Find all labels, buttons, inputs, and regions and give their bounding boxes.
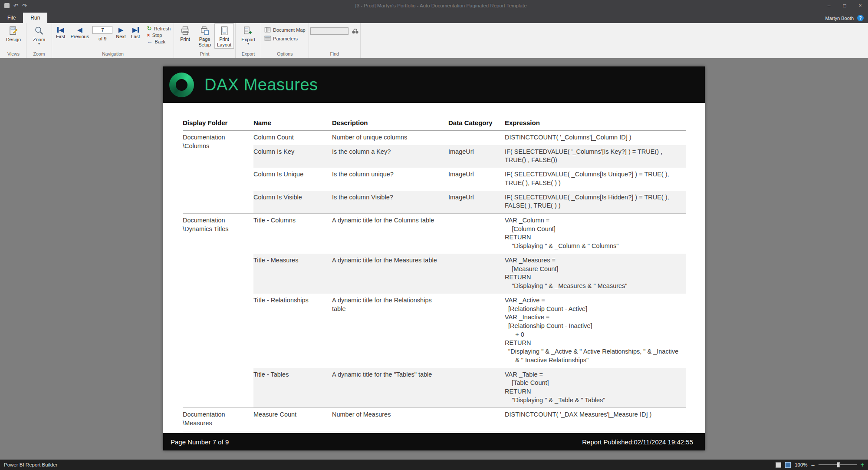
cat-cell: ImageUrl bbox=[448, 145, 505, 168]
zoom-percent: 100% bbox=[795, 462, 807, 467]
report-page: DAX Measures Display Folder Name Descrip… bbox=[163, 66, 705, 450]
user-name: Martyn Booth bbox=[825, 16, 854, 21]
header-description: Description bbox=[332, 117, 448, 131]
page-number-footer: Page Number 7 of 9 bbox=[171, 438, 229, 446]
parameters-icon bbox=[264, 35, 271, 42]
name-cell: Column Is Key bbox=[253, 145, 332, 168]
design-button[interactable]: Design bbox=[2, 23, 25, 42]
name-cell: Column Is Unique bbox=[253, 168, 332, 190]
document-map-label: Document Map bbox=[273, 27, 306, 33]
ribbon-group-zoom: Zoom ▾ Zoom bbox=[26, 23, 52, 58]
name-cell: Title - Columns bbox=[253, 214, 332, 254]
previous-page-button[interactable]: ◀ Previous bbox=[68, 23, 92, 39]
table-row: Title - TablesA dynamic title for the "T… bbox=[183, 368, 686, 408]
cat-cell bbox=[448, 408, 505, 431]
ribbon-group-find: Find bbox=[309, 23, 361, 58]
published-timestamp: Report Published:02/11/2024 19:42:55 bbox=[582, 438, 693, 446]
next-page-button[interactable]: ▶ Next bbox=[113, 23, 128, 39]
zoom-button[interactable]: Zoom ▾ bbox=[28, 23, 50, 45]
stop-button[interactable]: × Stop bbox=[147, 33, 171, 38]
display-folder-cell: Documentation \Dynamics Titles bbox=[183, 214, 253, 408]
ribbon-group-options: Document Map Parameters Options bbox=[261, 23, 309, 58]
help-icon[interactable]: ? bbox=[857, 15, 864, 21]
page-setup-icon bbox=[200, 26, 210, 36]
print-layout-button[interactable]: Print Layout bbox=[214, 23, 234, 49]
first-label: First bbox=[56, 34, 65, 39]
table-row: Title - MeasuresA dynamic title for the … bbox=[183, 254, 686, 294]
refresh-button[interactable]: ↻ Refresh bbox=[147, 26, 171, 31]
desc-cell: A dynamic title for the Columns table bbox=[332, 214, 448, 254]
parameters-button[interactable]: Parameters bbox=[264, 35, 306, 42]
expr-cell: DISTINCTCOUNT( '_Columns'[_Column ID] ) bbox=[505, 131, 686, 145]
zoom-slider-thumb[interactable] bbox=[837, 462, 840, 467]
design-label: Design bbox=[6, 37, 21, 42]
name-cell: Title - Measures bbox=[253, 254, 332, 294]
table-row: Column Is KeyIs the column a Key?ImageUr… bbox=[183, 145, 686, 168]
undo-icon[interactable]: ↶ bbox=[13, 3, 18, 9]
refresh-icon: ↻ bbox=[147, 26, 152, 31]
document-map-button[interactable]: Document Map bbox=[264, 26, 306, 33]
zoom-icon bbox=[34, 26, 44, 36]
desc-cell: A dynamic title for the Relationships ta… bbox=[332, 294, 448, 368]
zoom-dropdown-caret[interactable]: ▾ bbox=[38, 43, 40, 45]
tab-run[interactable]: Run bbox=[23, 13, 47, 23]
document-map-icon bbox=[264, 26, 271, 33]
expr-cell: IF( SELECTEDVALUE( _Columns[Is Hidden?] … bbox=[505, 191, 686, 214]
back-icon: ← bbox=[147, 39, 153, 44]
maximize-button[interactable]: □ bbox=[837, 0, 852, 11]
tab-file[interactable]: File bbox=[0, 13, 23, 23]
desc-cell: Number of Measures bbox=[332, 408, 448, 431]
window-controls: – □ × bbox=[821, 0, 868, 11]
cat-cell bbox=[448, 368, 505, 408]
name-cell: Measure Count bbox=[253, 408, 332, 431]
desc-cell: A dynamic title for the "Tables" table bbox=[332, 368, 448, 408]
find-binoculars-icon[interactable] bbox=[352, 27, 359, 35]
stop-icon: × bbox=[147, 33, 150, 38]
name-cell: Title - Relationships bbox=[253, 294, 332, 368]
last-page-button[interactable]: ▶ Last bbox=[128, 23, 143, 39]
redo-icon[interactable]: ↷ bbox=[22, 3, 27, 9]
ribbon-group-label-navigation: Navigation bbox=[53, 51, 172, 58]
cat-cell bbox=[448, 294, 505, 368]
next-page-icon: ▶ bbox=[118, 26, 124, 33]
page-setup-button[interactable]: Page Setup bbox=[195, 23, 214, 49]
report-table-body: Documentation \ColumnsColumn CountNumber… bbox=[183, 131, 686, 431]
page-number-input[interactable] bbox=[92, 26, 112, 34]
report-viewer-canvas[interactable]: DAX Measures Display Folder Name Descrip… bbox=[0, 58, 868, 460]
ribbon-group-export: Export ▾ Export bbox=[236, 23, 261, 58]
app-window: ↶ ↷ [3 - Prod] Martyn's Portfolio - Auto… bbox=[0, 0, 868, 470]
normal-view-icon[interactable] bbox=[776, 462, 781, 468]
refresh-label: Refresh bbox=[154, 26, 171, 31]
close-button[interactable]: × bbox=[852, 0, 868, 11]
first-page-icon: ◀ bbox=[57, 26, 64, 33]
table-row: Documentation \MeasuresMeasure CountNumb… bbox=[183, 408, 686, 431]
ribbon-tabstrip: File Run Martyn Booth ? bbox=[0, 11, 868, 23]
ribbon-group-label-print: Print bbox=[175, 51, 234, 58]
minimize-button[interactable]: – bbox=[821, 0, 837, 11]
ribbon-group-label-find: Find bbox=[310, 51, 359, 58]
export-button[interactable]: Export ▾ bbox=[237, 23, 260, 45]
display-folder-cell: Documentation \Columns bbox=[183, 131, 253, 214]
zoom-slider[interactable] bbox=[819, 464, 857, 465]
print-layout-label: Print Layout bbox=[215, 36, 233, 47]
export-dropdown-caret[interactable]: ▾ bbox=[247, 43, 249, 45]
zoom-in-icon[interactable]: + bbox=[861, 461, 864, 468]
first-page-button[interactable]: ◀ First bbox=[53, 23, 68, 39]
desc-cell: Is the column Visible? bbox=[332, 191, 448, 214]
page-count-label: of 9 bbox=[99, 36, 106, 41]
stop-label: Stop bbox=[152, 33, 162, 38]
page-layout-view-icon[interactable] bbox=[785, 462, 791, 468]
last-label: Last bbox=[131, 34, 140, 39]
back-button[interactable]: ← Back bbox=[147, 39, 171, 44]
ribbon-group-print: Print Page Setup Print bbox=[174, 23, 236, 58]
report-footer-band: Page Number 7 of 9 Report Published:02/1… bbox=[163, 433, 705, 450]
dax-measures-table: Display Folder Name Description Data Cat… bbox=[183, 117, 686, 431]
statusbar: Power BI Report Builder 100% – + bbox=[0, 460, 868, 470]
last-page-icon: ▶ bbox=[132, 26, 139, 33]
table-row: Documentation \ColumnsColumn CountNumber… bbox=[183, 131, 686, 145]
name-cell: Title - Tables bbox=[253, 368, 332, 408]
print-button[interactable]: Print bbox=[175, 23, 195, 43]
find-input[interactable] bbox=[310, 27, 349, 35]
expr-cell: DISTINCTCOUNT( '_DAX Measures'[_Measure … bbox=[505, 408, 686, 431]
zoom-out-icon[interactable]: – bbox=[812, 462, 815, 468]
